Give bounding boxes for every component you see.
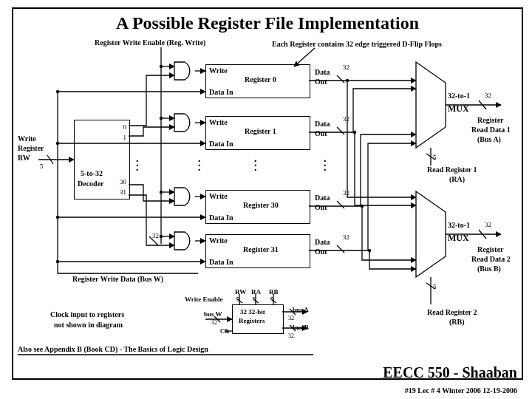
footer-course: EECC 550 - Shaaban — [383, 364, 517, 381]
svg-point-6 — [56, 216, 59, 219]
svg-point-10 — [361, 205, 364, 208]
diagram-svg — [13, 9, 522, 378]
svg-point-1 — [160, 117, 163, 120]
svg-point-3 — [160, 235, 163, 238]
svg-point-5 — [56, 142, 59, 145]
svg-point-9 — [353, 131, 356, 134]
svg-point-8 — [346, 79, 349, 82]
footer-meta: #19 Lec # 4 Winter 2006 12-19-2006 — [405, 386, 517, 395]
svg-point-4 — [56, 90, 59, 93]
svg-point-0 — [160, 65, 163, 68]
svg-point-7 — [56, 260, 59, 263]
svg-point-11 — [368, 249, 371, 252]
svg-point-2 — [160, 191, 163, 194]
